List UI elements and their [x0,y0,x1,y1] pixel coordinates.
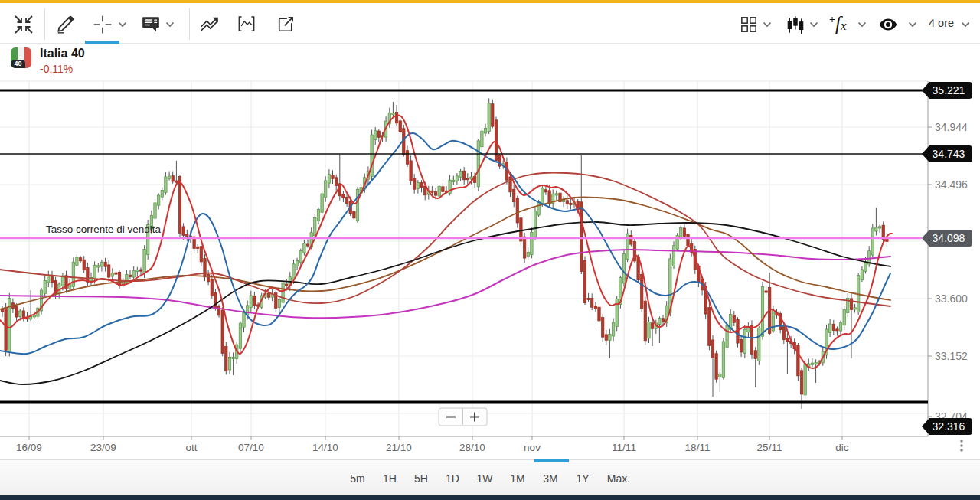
svg-text:16/09: 16/09 [16,442,42,453]
svg-text:35.221: 35.221 [933,84,965,96]
svg-text:34.743: 34.743 [933,148,965,160]
svg-text:33.600: 33.600 [935,292,968,305]
svg-text:Tasso corrente di vendita: Tasso corrente di vendita [46,224,162,235]
svg-text:28/10: 28/10 [459,442,485,453]
svg-text:34.944: 34.944 [935,121,968,133]
svg-text:18/11: 18/11 [685,442,710,453]
svg-text:11/11: 11/11 [612,442,636,453]
svg-text:34.098: 34.098 [933,232,965,244]
svg-text:34.496: 34.496 [935,178,968,191]
svg-text:dic: dic [835,442,849,453]
svg-text:14/10: 14/10 [312,442,338,453]
svg-text:33.152: 33.152 [935,350,968,362]
svg-text:25/11: 25/11 [757,442,782,453]
svg-text:32.316: 32.316 [933,420,965,433]
svg-text:nov: nov [524,442,541,453]
svg-text:07/10: 07/10 [238,442,264,453]
svg-text:21/10: 21/10 [386,442,412,453]
svg-text:ott: ott [185,442,197,453]
svg-text:23/09: 23/09 [90,442,116,453]
